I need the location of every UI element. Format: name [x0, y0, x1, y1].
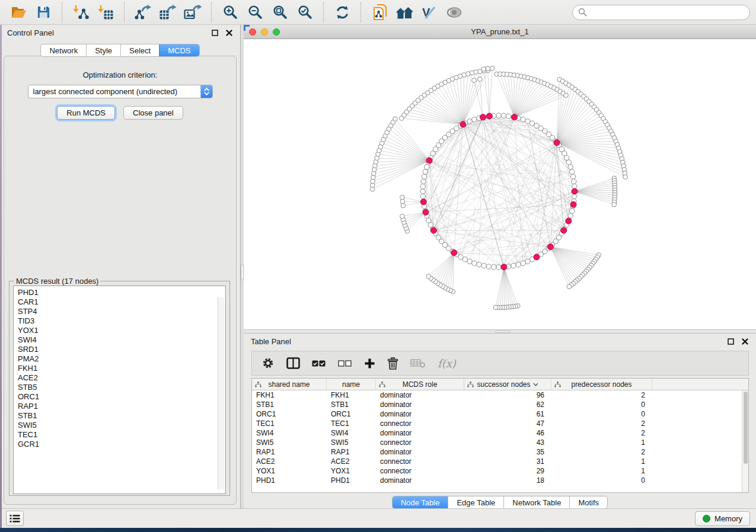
network-node[interactable] — [506, 114, 511, 118]
network-node[interactable] — [572, 179, 576, 184]
run-mcds-button[interactable]: Run MCDS — [57, 106, 115, 120]
zoom-fit-button[interactable] — [270, 3, 290, 22]
export-image-button[interactable] — [183, 3, 203, 22]
network-leaf-node[interactable] — [400, 195, 405, 200]
network-leaf-node[interactable] — [564, 93, 569, 98]
network-view[interactable] — [244, 39, 756, 329]
network-node[interactable] — [525, 119, 530, 124]
show-columns-button[interactable] — [286, 354, 300, 372]
horizontal-splitter[interactable] — [244, 329, 756, 334]
network-leaf-node[interactable] — [393, 117, 398, 121]
minimize-window-button[interactable] — [261, 28, 268, 36]
mcds-hub-node[interactable] — [572, 188, 578, 194]
network-leaf-node[interactable] — [612, 202, 617, 207]
open-session-button[interactable] — [8, 3, 28, 22]
column-header-mcds-role[interactable]: MCDS role — [376, 379, 464, 390]
mcds-result-item[interactable]: ORC1 — [18, 392, 225, 402]
tab-select[interactable]: Select — [120, 44, 159, 56]
network-node[interactable] — [525, 259, 530, 264]
network-leaf-node[interactable] — [400, 214, 405, 219]
network-node[interactable] — [521, 261, 525, 265]
mcds-hub-node[interactable] — [430, 227, 436, 233]
mcds-hub-node[interactable] — [420, 199, 426, 205]
mcds-result-item[interactable]: PHD1 — [18, 288, 225, 297]
network-leaf-node[interactable] — [426, 274, 431, 279]
mcds-hub-node[interactable] — [547, 244, 553, 250]
mcds-hub-node[interactable] — [554, 140, 560, 146]
mcds-result-item[interactable]: SRD1 — [18, 345, 225, 354]
network-leaf-node[interactable] — [472, 78, 477, 83]
mcds-result-item[interactable]: RAP1 — [18, 402, 225, 411]
deselect-all-rows-button[interactable] — [338, 354, 352, 372]
network-leaf-node[interactable] — [493, 305, 498, 310]
mcds-hub-node[interactable] — [501, 264, 507, 270]
search-input[interactable] — [587, 7, 744, 18]
network-leaf-node[interactable] — [486, 66, 490, 71]
network-node[interactable] — [566, 160, 571, 165]
network-leaf-node[interactable] — [401, 203, 406, 208]
network-canvas[interactable] — [244, 39, 756, 329]
table-row[interactable]: STB1 STB1 dominator 62 0 — [252, 400, 748, 409]
network-leaf-node[interactable] — [400, 199, 405, 204]
network-node[interactable] — [472, 117, 477, 122]
mcds-result-item[interactable]: GCR1 — [18, 440, 225, 449]
save-session-button[interactable] — [33, 3, 53, 22]
network-node[interactable] — [422, 174, 426, 179]
zoom-in-button[interactable] — [220, 3, 240, 22]
mcds-hub-node[interactable] — [512, 114, 518, 120]
network-node[interactable] — [421, 179, 426, 184]
network-node[interactable] — [516, 262, 521, 267]
table-row[interactable]: SWI4 SWI4 dominator 46 2 — [252, 428, 748, 438]
mcds-hub-node[interactable] — [534, 254, 540, 260]
mcds-hub-node[interactable] — [566, 218, 572, 224]
network-node[interactable] — [477, 262, 481, 267]
network-node[interactable] — [569, 169, 574, 174]
network-node[interactable] — [569, 209, 574, 213]
mcds-result-item[interactable]: STP4 — [18, 307, 225, 316]
tab-style[interactable]: Style — [86, 44, 120, 56]
mcds-hub-node[interactable] — [460, 121, 466, 127]
tab-network-table[interactable]: Network Table — [503, 496, 569, 508]
tab-network[interactable]: Network — [41, 44, 86, 56]
network-node[interactable] — [570, 174, 575, 179]
mcds-hub-node[interactable] — [426, 158, 432, 164]
memory-button[interactable]: Memory — [695, 511, 750, 526]
import-table-button[interactable] — [95, 3, 116, 22]
mcds-result-item[interactable]: PMA2 — [18, 354, 225, 364]
table-options-gear-button[interactable] — [261, 354, 275, 372]
network-leaf-node[interactable] — [478, 77, 483, 82]
export-table-button[interactable] — [158, 3, 178, 22]
zoom-selected-button[interactable] — [295, 3, 315, 22]
close-panel-icon-button[interactable] — [225, 29, 233, 37]
tab-node-table[interactable]: Node Table — [393, 496, 448, 508]
home-button[interactable] — [394, 3, 414, 22]
mcds-result-item[interactable]: SWI4 — [18, 335, 225, 345]
network-node[interactable] — [521, 117, 525, 122]
network-leaf-node[interactable] — [481, 67, 486, 72]
open-network-cloud-button[interactable] — [369, 3, 390, 22]
network-node[interactable] — [568, 213, 573, 218]
zoom-out-button[interactable] — [245, 3, 265, 22]
refresh-button[interactable] — [332, 3, 352, 22]
table-row[interactable]: SWI5 SWI5 connector 43 1 — [252, 438, 748, 447]
network-node[interactable] — [486, 264, 491, 269]
network-node[interactable] — [568, 165, 573, 169]
network-node[interactable] — [496, 265, 501, 270]
table-row[interactable]: TEC1 TEC1 connector 47 2 — [252, 419, 748, 428]
close-panel-button[interactable]: Close panel — [123, 106, 183, 120]
table-row[interactable]: ORC1 ORC1 dominator 61 0 — [252, 409, 748, 419]
mcds-result-item[interactable]: ACE2 — [18, 373, 225, 383]
delete-columns-button[interactable] — [387, 354, 398, 372]
tab-motifs[interactable]: Motifs — [569, 496, 607, 508]
network-titlebar[interactable]: YPA_prune.txt_1 — [244, 25, 756, 39]
column-header-successor-nodes[interactable]: successor nodes — [464, 379, 551, 390]
close-panel-icon-button[interactable] — [741, 338, 749, 346]
network-node[interactable] — [496, 113, 501, 118]
import-network-button[interactable] — [71, 3, 91, 22]
network-node[interactable] — [420, 189, 425, 194]
table-row[interactable]: ACE2 ACE2 connector 31 1 — [252, 457, 748, 466]
network-node[interactable] — [420, 184, 425, 188]
network-leaf-node[interactable] — [490, 66, 495, 70]
network-node[interactable] — [564, 155, 569, 160]
task-history-button[interactable] — [6, 511, 24, 526]
